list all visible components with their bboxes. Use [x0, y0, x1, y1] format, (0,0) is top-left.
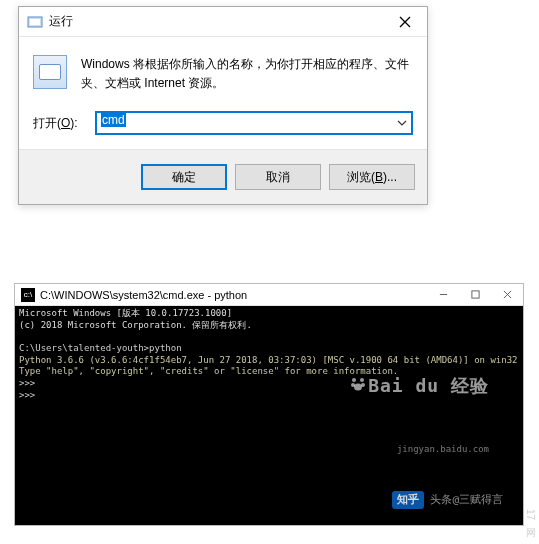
run-titlebar[interactable]: 运行	[19, 7, 427, 37]
run-body: Windows 将根据你所输入的名称，为你打开相应的程序、文件夹、文档或 Int…	[19, 37, 427, 149]
run-description: Windows 将根据你所输入的名称，为你打开相应的程序、文件夹、文档或 Int…	[81, 55, 413, 93]
open-input[interactable]: cmd	[95, 111, 413, 135]
close-icon	[503, 290, 512, 299]
side-watermark: 17网	[523, 509, 537, 520]
minimize-button[interactable]	[427, 284, 459, 306]
console-window: c:\ C:\WINDOWS\system32\cmd.exe - python…	[14, 283, 524, 526]
run-footer: 确定 取消 浏览(B)...	[19, 149, 427, 204]
console-output[interactable]: Microsoft Windows [版本 10.0.17723.1000] (…	[15, 306, 523, 525]
zhihu-logo-icon: 知乎	[392, 491, 424, 509]
svg-rect-1	[30, 19, 40, 25]
console-title: C:\WINDOWS\system32\cmd.exe - python	[40, 289, 427, 301]
browse-button[interactable]: 浏览(B)...	[329, 164, 415, 190]
cmd-icon: c:\	[21, 288, 35, 302]
ok-button[interactable]: 确定	[141, 164, 227, 190]
console-titlebar[interactable]: c:\ C:\WINDOWS\system32\cmd.exe - python	[15, 284, 523, 306]
baidu-watermark: Bai du 经验 jingyan.baidu.com	[255, 327, 489, 479]
svg-point-5	[351, 383, 355, 387]
console-close-button[interactable]	[491, 284, 523, 306]
cancel-button[interactable]: 取消	[235, 164, 321, 190]
svg-rect-2	[471, 291, 478, 298]
open-combobox[interactable]: cmd	[95, 111, 413, 135]
svg-point-3	[352, 378, 356, 382]
paw-icon	[350, 376, 366, 392]
run-app-icon	[27, 14, 43, 30]
run-dialog: 运行 Windows 将根据你所输入的名称，为你打开相应的程序、文件夹、文档或 …	[18, 6, 428, 205]
svg-point-6	[361, 383, 365, 387]
run-program-icon	[33, 55, 67, 89]
svg-point-7	[354, 383, 362, 390]
close-icon	[399, 16, 411, 28]
zhihu-watermark: 知乎 头条@三赋得言	[392, 491, 503, 509]
svg-point-4	[360, 378, 364, 382]
maximize-button[interactable]	[459, 284, 491, 306]
run-title: 运行	[49, 13, 382, 30]
minimize-icon	[439, 290, 448, 299]
open-label: 打开(O):	[33, 115, 87, 132]
close-button[interactable]	[382, 7, 427, 37]
chevron-down-icon[interactable]	[394, 114, 410, 132]
maximize-icon	[471, 290, 480, 299]
